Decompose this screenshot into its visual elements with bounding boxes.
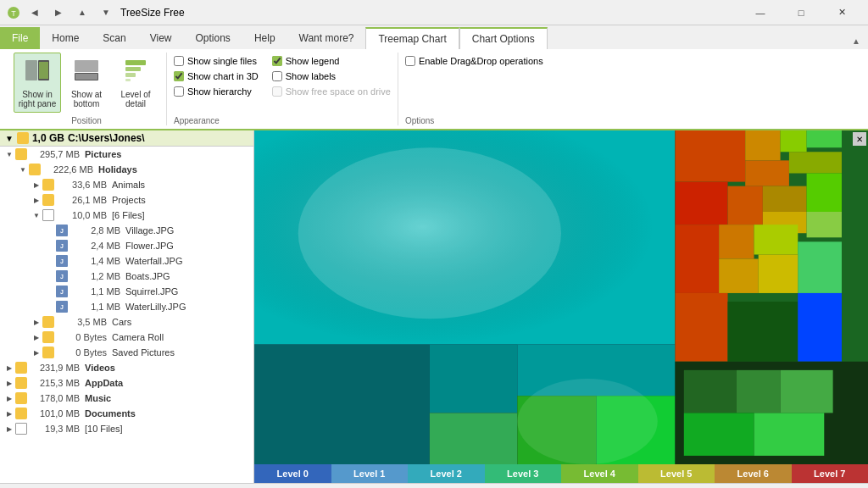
back-button[interactable]: ◀ bbox=[25, 3, 44, 22]
level-of-detail-button[interactable]: Level ofdetail bbox=[112, 53, 159, 113]
tree-row[interactable]: ▶ 19,3 MB [10 Files] bbox=[0, 421, 253, 436]
show-chart-3d-check[interactable]: Show chart in 3D bbox=[174, 71, 259, 81]
show-chart-3d-input[interactable] bbox=[174, 71, 184, 81]
tab-treemap[interactable]: Treemap Chart bbox=[365, 27, 459, 49]
tree-row[interactable]: ▶ 26,1 MB Projects bbox=[0, 192, 253, 208]
show-labels-input[interactable] bbox=[272, 71, 282, 81]
tab-wantmore[interactable]: Want more? bbox=[287, 27, 366, 49]
tree-row[interactable]: J 1,4 MB Waterfall.JPG bbox=[0, 253, 253, 269]
expander-icon[interactable]: ▶ bbox=[31, 179, 42, 191]
tree-row[interactable]: ▶ 33,6 MB Animals bbox=[0, 177, 253, 192]
tree-row[interactable]: J 1,1 MB Squirrel.JPG bbox=[0, 284, 253, 299]
expander-icon[interactable]: ▶ bbox=[3, 408, 15, 419]
chart-close-button[interactable]: ✕ bbox=[853, 132, 866, 146]
close-button[interactable]: ✕ bbox=[822, 0, 861, 25]
item-size: 1,1 MB bbox=[70, 286, 120, 297]
expander-icon[interactable]: ▶ bbox=[31, 316, 42, 328]
tab-chartopts[interactable]: Chart Options bbox=[459, 27, 548, 49]
appearance-label: Appearance bbox=[174, 111, 391, 125]
tree-row[interactable]: ▶ 0 Bytes Camera Roll bbox=[0, 330, 253, 345]
legend-item[interactable]: Level 0 bbox=[254, 464, 331, 483]
svg-rect-27 bbox=[675, 225, 719, 293]
svg-rect-32 bbox=[759, 254, 798, 292]
tab-file[interactable]: File bbox=[0, 27, 40, 49]
tree-row[interactable]: ▼ 222,6 MB Holidays bbox=[0, 162, 253, 177]
tree-row[interactable]: ▶ 231,9 MB Videos bbox=[0, 360, 253, 375]
show-legend-input[interactable] bbox=[272, 56, 282, 66]
show-hierarchy-check[interactable]: Show hierarchy bbox=[174, 86, 259, 97]
enable-drag-drop-input[interactable] bbox=[405, 56, 415, 66]
menu-button[interactable]: ▼ bbox=[97, 3, 115, 22]
item-size: 33,6 MB bbox=[56, 180, 107, 190]
ribbon-collapse-button[interactable]: ▲ bbox=[848, 32, 865, 49]
tree-row[interactable]: J 1,1 MB WaterLilly.JPG bbox=[0, 299, 253, 314]
tree-row[interactable]: ▶ 3,5 MB Cars bbox=[0, 314, 253, 330]
expander-icon[interactable]: ▶ bbox=[3, 392, 15, 404]
show-hierarchy-input[interactable] bbox=[174, 86, 184, 97]
svg-rect-31 bbox=[719, 259, 759, 293]
tree-row[interactable]: J 1,2 MB Boats.JPG bbox=[0, 269, 253, 284]
minimize-button[interactable]: — bbox=[741, 0, 780, 25]
svg-rect-16 bbox=[745, 130, 780, 160]
forward-button[interactable]: ▶ bbox=[49, 3, 68, 22]
tab-scan[interactable]: Scan bbox=[91, 27, 137, 49]
legend-item[interactable]: Level 6 bbox=[715, 464, 792, 483]
tree-row[interactable]: J 2,4 MB Flower.JPG bbox=[0, 238, 253, 253]
show-right-pane-button[interactable]: Show inright pane bbox=[14, 53, 61, 113]
expander-icon[interactable]: ▶ bbox=[31, 331, 42, 343]
legend-item[interactable]: Level 1 bbox=[331, 464, 409, 483]
folder-icon bbox=[42, 194, 54, 206]
tab-help[interactable]: Help bbox=[242, 27, 287, 49]
show-bottom-button[interactable]: Show atbottom bbox=[63, 53, 110, 113]
item-name: Pictures bbox=[85, 149, 121, 159]
item-size: 1,1 MB bbox=[70, 302, 120, 312]
maximize-button[interactable]: □ bbox=[782, 0, 821, 25]
legend-item[interactable]: Level 5 bbox=[638, 464, 715, 483]
item-name: [10 Files] bbox=[85, 424, 123, 434]
tree-row[interactable]: ▶ 178,0 MB Music bbox=[0, 391, 253, 406]
svg-rect-8 bbox=[125, 60, 146, 65]
expander-icon[interactable]: ▶ bbox=[3, 362, 15, 374]
app-icon: T bbox=[7, 6, 20, 19]
expander-icon[interactable]: ▼ bbox=[31, 209, 42, 221]
expander-icon[interactable]: ▼ bbox=[3, 148, 15, 160]
item-size: 0 Bytes bbox=[56, 347, 107, 358]
tree-row[interactable]: ▶ 215,3 MB AppData bbox=[0, 375, 253, 391]
legend-item[interactable]: Level 2 bbox=[408, 464, 485, 483]
item-name: Boats.JPG bbox=[125, 271, 170, 281]
tree-body[interactable]: ▼ 295,7 MB Pictures ▼ 222,6 MB Holidays … bbox=[0, 147, 253, 483]
app-title: TreeSize Free bbox=[120, 7, 185, 19]
show-labels-check[interactable]: Show labels bbox=[272, 71, 391, 81]
tree-header-path: C:\Users\Jones\ bbox=[68, 132, 145, 144]
tree-expander-root[interactable]: ▼ bbox=[5, 134, 14, 143]
expander-icon[interactable]: ▶ bbox=[31, 194, 42, 206]
tree-row[interactable]: ▼ 10,0 MB [6 Files] bbox=[0, 208, 253, 223]
tree-row[interactable]: ▼ 295,7 MB Pictures bbox=[0, 147, 253, 162]
svg-text:T: T bbox=[11, 9, 16, 18]
tab-options[interactable]: Options bbox=[184, 27, 242, 49]
show-free-space-check[interactable]: Show free space on drive bbox=[272, 86, 391, 97]
show-single-files-check[interactable]: Show single files bbox=[174, 56, 259, 66]
enable-drag-drop-check[interactable]: Enable Drag&Drop operations bbox=[405, 56, 543, 66]
expander-icon[interactable]: ▶ bbox=[3, 377, 15, 389]
svg-rect-44 bbox=[737, 370, 781, 413]
tree-row[interactable]: ▶ 0 Bytes Saved Pictures bbox=[0, 345, 253, 360]
expander-icon[interactable]: ▶ bbox=[3, 423, 15, 435]
legend-item[interactable]: Level 4 bbox=[561, 464, 638, 483]
tree-row[interactable]: J 2,8 MB Village.JPG bbox=[0, 223, 253, 238]
tab-view[interactable]: View bbox=[138, 27, 184, 49]
legend-item[interactable]: Level 3 bbox=[485, 464, 562, 483]
tab-home[interactable]: Home bbox=[40, 27, 91, 49]
expander-icon[interactable]: ▼ bbox=[17, 164, 29, 175]
show-single-files-input[interactable] bbox=[174, 56, 184, 66]
expander-icon[interactable]: ▶ bbox=[31, 347, 42, 358]
legend-item[interactable]: Level 7 bbox=[792, 464, 869, 483]
chart-area[interactable]: ✕ bbox=[254, 130, 868, 483]
show-legend-check[interactable]: Show legend bbox=[272, 56, 391, 66]
up-button[interactable]: ▲ bbox=[73, 3, 92, 22]
tree-panel: ▼ 1,0 GB C:\Users\Jones\ ▼ 295,7 MB Pict… bbox=[0, 130, 254, 483]
item-name: [6 Files] bbox=[112, 210, 145, 220]
file-icon: J bbox=[56, 240, 68, 252]
tree-row[interactable]: ▶ 101,0 MB Documents bbox=[0, 406, 253, 421]
svg-point-49 bbox=[517, 379, 657, 464]
